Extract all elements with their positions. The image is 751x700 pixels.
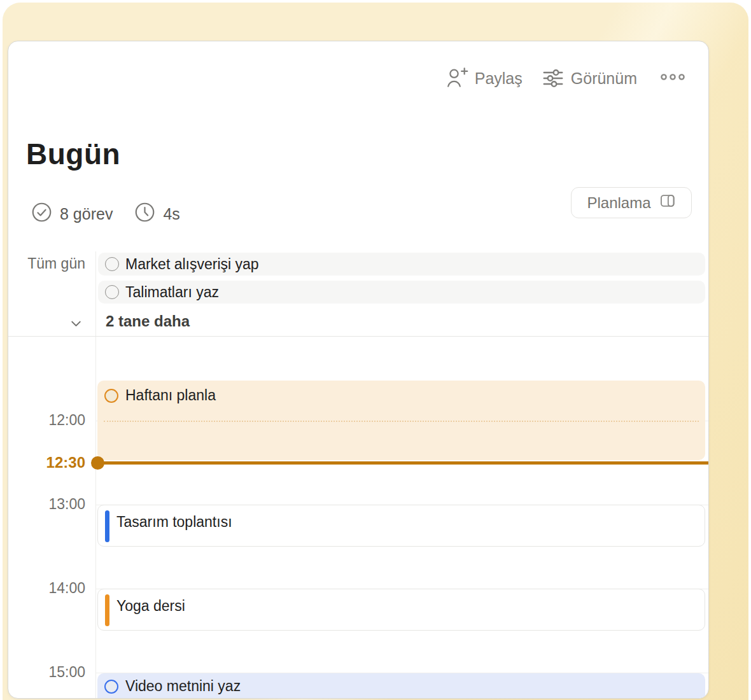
task-checkbox-circle[interactable] (105, 257, 119, 271)
allday-grid-divider (8, 336, 709, 337)
task-title: Talimatları yaz (125, 284, 219, 301)
event-video-script[interactable]: Video metnini yaz (97, 673, 705, 699)
event-yoga-class[interactable]: Yoga dersi (97, 589, 705, 631)
all-day-label: Tüm gün (8, 255, 85, 272)
hour-label: 13:00 (8, 496, 85, 513)
planning-button[interactable]: Planlama (571, 187, 692, 218)
event-design-meeting[interactable]: Tasarım toplantısı (97, 505, 705, 547)
more-options-button[interactable] (660, 71, 685, 85)
event-title: Video metnini yaz (125, 678, 241, 695)
summary-stats: 8 görev 4s (31, 202, 180, 227)
time-gutter-separator (95, 251, 96, 698)
event-color-bar (105, 594, 109, 626)
current-time-line (97, 461, 708, 465)
header-actions: Paylaş Görünüm (446, 67, 685, 90)
person-add-icon (446, 67, 468, 90)
hour-label: 12:00 (8, 412, 85, 429)
hour-label: 14:00 (8, 580, 85, 597)
event-header: Haftanı planla (97, 381, 705, 404)
task-title: Market alışverişi yap (125, 256, 259, 273)
share-label: Paylaş (475, 69, 523, 88)
check-circle-icon (31, 202, 52, 227)
event-title: Tasarım toplantısı (116, 514, 232, 531)
task-checkbox-circle[interactable] (105, 285, 119, 299)
current-time-label: 12:30 (8, 454, 85, 472)
show-more-button[interactable]: 2 tane daha (106, 312, 190, 330)
page-title: Bugün (26, 137, 120, 171)
event-title: Haftanı planla (125, 387, 216, 404)
side-panel-icon (659, 192, 676, 213)
today-view-card: Paylaş Görünüm (8, 41, 709, 699)
duration-label: 4s (163, 205, 179, 223)
view-label: Görünüm (571, 69, 637, 88)
chevron-down-icon[interactable] (69, 316, 83, 333)
hour-dotted-line (104, 421, 699, 422)
sliders-icon (542, 67, 565, 90)
share-button[interactable]: Paylaş (446, 67, 523, 90)
screen: Paylaş Görünüm (0, 0, 751, 700)
task-count-stat: 8 görev (31, 202, 113, 227)
all-day-task-row[interactable]: Talimatları yaz (98, 281, 705, 304)
planning-label: Planlama (587, 194, 650, 212)
current-time-dot (91, 456, 104, 470)
hour-label: 15:00 (8, 664, 85, 681)
event-title: Yoga dersi (116, 598, 185, 615)
task-count-label: 8 görev (60, 205, 113, 223)
task-checkbox-circle[interactable] (104, 389, 118, 403)
all-day-task-row[interactable]: Market alışverişi yap (98, 253, 705, 276)
view-options-button[interactable]: Görünüm (542, 67, 637, 90)
event-color-bar (105, 510, 109, 542)
clock-icon (134, 202, 155, 227)
more-options-icon (660, 71, 685, 85)
task-checkbox-circle[interactable] (104, 680, 118, 694)
event-plan-week[interactable]: Haftanı planla (97, 381, 705, 460)
duration-stat: 4s (134, 202, 179, 227)
